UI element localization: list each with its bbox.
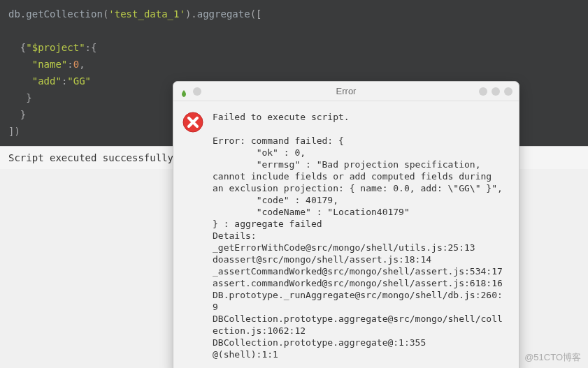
app-leaf-icon [180,87,188,96]
error-message: Failed to execute script. Error: command… [213,111,506,360]
error-icon [182,111,204,133]
titlebar-dot-icon[interactable] [193,87,201,96]
dialog-titlebar[interactable]: Error [173,82,519,101]
code-line: "name":0, [8,56,580,73]
code-line: {"$project":{ [8,39,580,56]
titlebar-dot-icon[interactable] [479,87,487,96]
error-dialog: Error Failed to execute script. Error: c… [173,81,519,368]
code-line [8,22,580,39]
dialog-title: Error [173,86,519,96]
console-message: Script executed successfully, [8,152,179,163]
dialog-body: Failed to execute script. Error: command… [173,101,519,368]
code-line: db.getCollection('test_data_1').aggregat… [8,6,580,22]
titlebar-dot-icon[interactable] [504,87,512,96]
watermark: @51CTO博客 [524,351,581,364]
titlebar-dot-icon[interactable] [492,87,500,96]
